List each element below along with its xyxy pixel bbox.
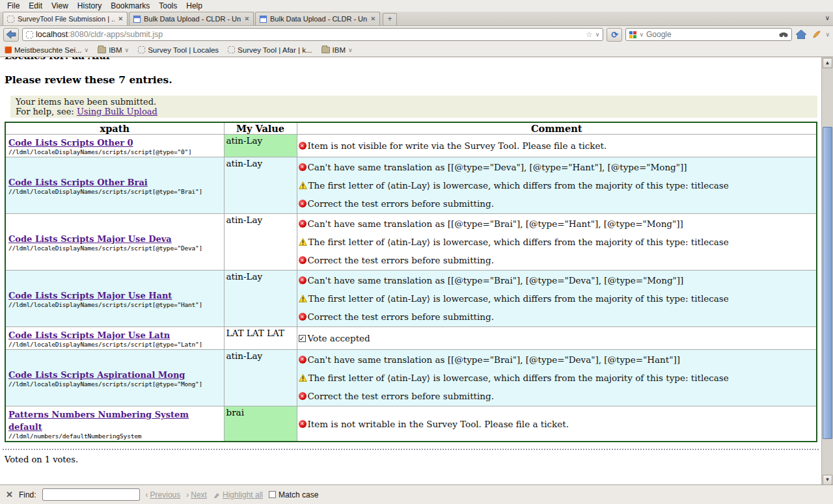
error-icon: ✕ <box>299 256 307 264</box>
placeholder-favicon-icon <box>7 16 14 23</box>
match-case-label: Match case <box>279 490 318 499</box>
bookmark-star-icon[interactable]: ☆ <box>586 30 593 39</box>
url-dropdown-icon[interactable]: ∨ <box>595 31 600 38</box>
my-value-cell: atin-Lay <box>224 271 297 327</box>
comment-cell: ✕Can't have same translation as [[@type=… <box>299 271 815 326</box>
bookmark-most-visited[interactable]: Meistbesuchte Sei... ∨ <box>5 46 89 54</box>
table-row: Patterns Numbers Numbering System defaul… <box>5 406 817 442</box>
comment-line: ✕Item is not visible for write via the S… <box>299 140 815 151</box>
tab-title: Bulk Data Upload - CLDR - Un... <box>144 15 241 23</box>
xpath-link[interactable]: Code Lists Scripts Major Use Hant <box>8 291 172 300</box>
binoculars-icon <box>779 31 788 38</box>
reload-icon: ⟳ <box>611 30 618 40</box>
navigation-bar: localhost:8080/cldr-apps/submit.jsp ☆ ∨ … <box>0 26 833 43</box>
error-icon: ✕ <box>299 276 307 284</box>
table-header-row: xpath My Value Comment <box>5 122 817 135</box>
warning-icon <box>299 374 307 382</box>
page-content: Locales for: aa Afar Please review these… <box>0 57 821 484</box>
menu-bookmarks[interactable]: Bookmarks <box>106 1 154 11</box>
quill-icon <box>812 31 821 39</box>
find-previous-label: Previous <box>150 490 181 499</box>
scrollbar-thumb[interactable] <box>823 127 832 439</box>
home-button[interactable] <box>795 30 807 39</box>
placeholder-favicon-icon <box>138 46 145 53</box>
match-case-checkbox[interactable] <box>269 491 276 498</box>
find-previous-button[interactable]: ‹ Previous <box>146 490 181 499</box>
tab-close-icon[interactable]: ✕ <box>118 16 123 22</box>
xpath-string: //ldml/localeDisplayNames/scripts/script… <box>8 148 221 155</box>
bookmark-label: IBM <box>333 46 346 54</box>
toolbar-overflow-icon[interactable]: ∨ <box>825 31 830 38</box>
menu-view[interactable]: View <box>47 1 73 11</box>
vertical-scrollbar[interactable]: ▲ ▼ <box>821 57 833 486</box>
comment-line: The first letter of ⟨atin-Lay⟩ is lowerc… <box>299 180 815 191</box>
xpath-link[interactable]: Code Lists Scripts Major Use Latn <box>8 330 170 340</box>
reload-button[interactable]: ⟳ <box>607 28 622 42</box>
comment-text: The first letter of ⟨atin-Lay⟩ is lowerc… <box>308 293 729 304</box>
bookmark-folder-ibm-2[interactable]: IBM ∨ <box>321 46 353 54</box>
menu-file[interactable]: File <box>3 1 24 11</box>
back-button[interactable] <box>3 28 19 42</box>
find-next-button[interactable]: › Next <box>186 490 207 499</box>
scroll-down-icon[interactable]: ▼ <box>823 475 832 485</box>
table-row: Code Lists Scripts Other 0//ldml/localeD… <box>5 135 817 157</box>
tab-close-icon[interactable]: ✕ <box>370 16 376 22</box>
tab-close-icon[interactable]: ✕ <box>244 16 249 22</box>
bookmark-survey-tool-locales[interactable]: Survey Tool | Locales <box>138 46 219 54</box>
comment-text: Correct the test errors before submittin… <box>308 198 494 209</box>
google-logo-icon <box>629 31 636 38</box>
my-value-cell: atin-Lay <box>224 157 297 214</box>
using-bulk-upload-link[interactable]: Using Bulk Upload <box>77 107 157 116</box>
comment-text: Vote accepted <box>308 333 370 343</box>
vote-accepted-checkbox[interactable]: ✓ <box>299 335 306 342</box>
comment-text: The first letter of ⟨atin-Lay⟩ is lowerc… <box>308 237 729 247</box>
scroll-up-icon[interactable]: ▲ <box>823 58 832 68</box>
comment-text: Correct the test errors before submittin… <box>308 312 494 322</box>
search-input[interactable] <box>646 30 776 39</box>
vote-count-text: Voted on 1 votes. <box>5 455 821 464</box>
bookmark-label: Survey Tool | Afar | k... <box>238 46 312 54</box>
table-row: Code Lists Scripts Major Use Latn//ldml/… <box>5 327 817 350</box>
list-all-tabs-icon[interactable]: ∨ <box>825 14 830 21</box>
comment-line: ✕Can't have same translation as [[@type=… <box>299 162 815 172</box>
xpath-link[interactable]: Code Lists Scripts Other Brai <box>8 178 148 187</box>
url-bar[interactable]: localhost:8080/cldr-apps/submit.jsp ☆ ∨ <box>22 28 603 41</box>
menu-help[interactable]: Help <box>182 1 207 11</box>
find-input[interactable] <box>42 488 140 501</box>
xpath-link[interactable]: Code Lists Scripts Aspirational Mong <box>8 370 185 380</box>
menu-tools[interactable]: Tools <box>154 1 182 11</box>
tab-bulk-data-upload-2[interactable]: Bulk Data Upload - CLDR - Un... ✕ <box>255 12 380 25</box>
comment-text: Correct the test errors before submittin… <box>308 391 494 401</box>
find-bar: ✕ Find: ‹ Previous › Next Highlight all … <box>0 484 833 504</box>
comment-cell: ✕Item is not writable in the Survey Tool… <box>299 419 815 429</box>
feed-quill-button[interactable] <box>810 31 822 39</box>
search-engine-dropdown-icon[interactable]: ∨ <box>639 31 644 38</box>
find-close-icon[interactable]: ✕ <box>6 490 13 499</box>
menu-history[interactable]: History <box>73 1 106 11</box>
my-value-cell: LAT LAT LAT <box>224 327 297 350</box>
xpath-link[interactable]: Code Lists Scripts Major Use Deva <box>8 234 172 244</box>
tab-surveytool-file-submission[interactable]: SurveyTool File Submission | ... ✕ <box>3 12 128 25</box>
comment-line: ✕Can't have same translation as [[@type=… <box>299 219 815 229</box>
warning-icon <box>299 238 307 246</box>
highlight-all-button[interactable]: Highlight all <box>213 490 263 499</box>
back-arrow-icon <box>6 30 16 39</box>
url-host: localhost <box>36 30 68 39</box>
bookmark-folder-ibm-1[interactable]: IBM ∨ <box>98 46 129 54</box>
xpath-link[interactable]: Patterns Numbers Numbering System defaul… <box>8 410 189 432</box>
search-bar[interactable]: ∨ <box>625 28 792 41</box>
menu-edit[interactable]: Edit <box>24 1 47 11</box>
match-case-option[interactable]: Match case <box>269 490 318 499</box>
dotted-divider <box>3 449 819 450</box>
xpath-string: //ldml/localeDisplayNames/scripts/script… <box>8 341 221 348</box>
bookmark-survey-tool-afar[interactable]: Survey Tool | Afar | k... <box>228 46 312 54</box>
column-header-my-value: My Value <box>224 122 297 135</box>
comment-text: Can't have same translation as [[@type="… <box>308 354 680 365</box>
tab-bulk-data-upload-1[interactable]: Bulk Data Upload - CLDR - Un... ✕ <box>129 12 254 25</box>
comment-line: ✕Can't have same translation as [[@type=… <box>299 275 815 285</box>
xpath-link[interactable]: Code Lists Scripts Other 0 <box>8 138 133 148</box>
new-tab-button[interactable]: + <box>383 13 397 25</box>
comment-cell: ✕Can't have same translation as [[@type=… <box>299 158 815 213</box>
menu-bar: File Edit View History Bookmarks Tools H… <box>0 0 833 12</box>
comment-cell: ✕Can't have same translation as [[@type=… <box>299 351 815 406</box>
